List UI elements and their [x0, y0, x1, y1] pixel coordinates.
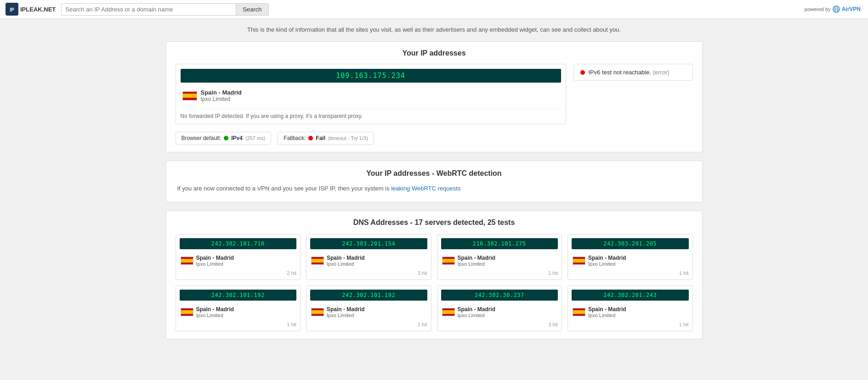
ip-card-title: Your IP addresses: [176, 49, 693, 57]
fallback-label: Fallback:: [284, 135, 306, 141]
dns-card: 242.302.201.243 Spain - Madrid Ipxo Limi…: [567, 285, 693, 331]
powered-by: powered by AirVPN: [805, 6, 861, 13]
ip-city: Spain - Madrid: [201, 89, 242, 96]
browser-default-label: Browser default:: [182, 135, 221, 141]
webrtc-link[interactable]: leaking WebRTC requests: [391, 185, 460, 192]
dns-location: Spain - Madrid Ipxo Limited: [310, 253, 427, 268]
ip-location: Spain - Madrid Ipxo Limited: [181, 86, 561, 105]
dns-spain-flag: [573, 308, 585, 316]
dns-hits: 1 hit: [572, 322, 689, 327]
dns-location: Spain - Madrid Ipxo Limited: [310, 304, 427, 320]
dns-grid: 242.302.101.710 Spain - Madrid Ipxo Limi…: [176, 234, 693, 331]
dns-location: Spain - Madrid Ipxo Limited: [572, 304, 689, 320]
dns-card: 242.302.101.192 Spain - Madrid Ipxo Limi…: [306, 285, 431, 331]
dns-card: 242.302.101.192 Spain - Madrid Ipxo Limi…: [176, 285, 301, 331]
dns-ip-bar: 242.302.201.243: [572, 290, 689, 301]
dns-isp: Ipxo Limited: [458, 313, 496, 318]
dns-location-text: Spain - Madrid Ipxo Limited: [458, 255, 496, 267]
dns-city: Spain - Madrid: [327, 306, 365, 313]
dns-isp: Ipxo Limited: [196, 261, 234, 267]
ipv6-box: IPv6 test not reachable. (error): [573, 64, 693, 81]
header: IP IPLEAK.NET Search powered by AirVPN: [0, 0, 868, 19]
dns-card: 242.303.201.205 Spain - Madrid Ipxo Limi…: [567, 234, 693, 280]
spain-flag: [182, 91, 197, 101]
logo[interactable]: IP IPLEAK.NET: [6, 3, 56, 16]
no-forwarded-text: No forwarded IP detected. If you are usi…: [181, 109, 561, 119]
dns-section: DNS Addresses - 17 servers detected, 25 …: [166, 211, 703, 339]
dns-hits: 1 hit: [441, 270, 558, 276]
ip-address-bar: 109.163.175.234: [181, 69, 561, 83]
dns-ip-bar: 242.303.201.154: [310, 238, 427, 249]
dns-city: Spain - Madrid: [588, 255, 626, 261]
dns-ip-bar: 242.302.101.192: [180, 290, 297, 301]
dns-location: Spain - Madrid Ipxo Limited: [180, 253, 297, 268]
search-form: Search: [61, 3, 268, 16]
dns-isp: Ipxo Limited: [588, 261, 626, 267]
dns-spain-flag: [311, 308, 324, 316]
dns-location: Spain - Madrid Ipxo Limited: [180, 304, 297, 320]
dns-ip-bar: 242.303.201.205: [572, 238, 689, 249]
dns-hits: 1 hit: [572, 270, 689, 276]
dns-location-text: Spain - Madrid Ipxo Limited: [458, 306, 496, 318]
dns-ip-bar: 216.302.101.275: [441, 238, 558, 249]
dns-ip-bar: 242.302.101.192: [310, 290, 427, 301]
webrtc-card: Your IP addresses - WebRTC detection If …: [166, 161, 703, 202]
dns-city: Spain - Madrid: [458, 255, 496, 261]
dns-city: Spain - Madrid: [588, 306, 626, 313]
dns-location: Spain - Madrid Ipxo Limited: [441, 253, 558, 268]
dns-isp: Ipxo Limited: [458, 261, 496, 267]
browser-default-ms: (257 ms): [245, 135, 265, 141]
dns-card: 242.303.201.154 Spain - Madrid Ipxo Limi…: [306, 234, 431, 280]
webrtc-title: Your IP addresses - WebRTC detection: [177, 169, 691, 178]
dns-hits: 3 hit: [310, 270, 427, 276]
ip-info-box: 109.163.175.234 Spain - Madrid Ipxo Limi…: [176, 64, 566, 124]
dns-location-text: Spain - Madrid Ipxo Limited: [196, 306, 234, 318]
dns-card: 242.302.101.710 Spain - Madrid Ipxo Limi…: [176, 234, 301, 280]
dns-spain-flag: [181, 257, 193, 265]
fallback-detail: (timeout - Try 1/3): [328, 135, 368, 141]
connection-info: Browser default: IPv4 (257 ms) Fallback:…: [176, 132, 693, 145]
dns-spain-flag: [181, 308, 193, 316]
dns-hits: 3 hit: [441, 322, 558, 327]
fallback-status: Fail: [316, 135, 325, 141]
dns-isp: Ipxo Limited: [327, 313, 365, 318]
dns-spain-flag: [442, 257, 455, 265]
ip-isp: Ipxo Limited: [201, 96, 242, 102]
main-content: This is the kind of information that all…: [159, 19, 710, 346]
ipv6-text: IPv6 test not reachable. (error): [589, 69, 669, 76]
powered-by-text: powered by: [805, 6, 831, 12]
search-input[interactable]: [61, 3, 236, 16]
dns-isp: Ipxo Limited: [196, 313, 234, 318]
browser-default-badge: Browser default: IPv4 (257 ms): [176, 132, 272, 145]
dns-isp: Ipxo Limited: [327, 261, 365, 267]
dns-ip-bar: 242.302.30.237: [441, 290, 558, 301]
ip-addresses-card: Your IP addresses 109.163.175.234 Spain …: [166, 41, 703, 152]
tagline: This is the kind of information that all…: [166, 26, 703, 33]
ip-location-text: Spain - Madrid Ipxo Limited: [201, 89, 242, 102]
logo-text: IPLEAK.NET: [20, 6, 56, 13]
dns-title: DNS Addresses - 17 servers detected, 25 …: [176, 218, 693, 227]
airvpn-label: AirVPN: [842, 6, 861, 12]
dns-hits: 1 hit: [310, 322, 427, 327]
fallback-red-dot: [308, 136, 313, 140]
dns-location-text: Spain - Madrid Ipxo Limited: [196, 255, 234, 267]
webrtc-text: If you are now connected to a VPN and yo…: [177, 184, 691, 194]
airvpn-globe-icon: [833, 6, 840, 13]
dns-city: Spain - Madrid: [196, 255, 234, 261]
search-button[interactable]: Search: [236, 3, 268, 16]
fallback-badge: Fallback: Fail (timeout - Try 1/3): [278, 132, 374, 145]
dns-isp: Ipxo Limited: [588, 313, 626, 318]
dns-city: Spain - Madrid: [458, 306, 496, 313]
dns-hits: 2 hit: [180, 270, 297, 276]
dns-location: Spain - Madrid Ipxo Limited: [441, 304, 558, 320]
dns-spain-flag: [311, 257, 324, 265]
dns-location-text: Spain - Madrid Ipxo Limited: [327, 306, 365, 318]
dns-card: 242.302.30.237 Spain - Madrid Ipxo Limit…: [437, 285, 562, 331]
svg-text:IP: IP: [10, 7, 14, 12]
logo-icon: IP: [6, 3, 18, 16]
dns-location-text: Spain - Madrid Ipxo Limited: [327, 255, 365, 267]
dns-spain-flag: [442, 308, 455, 316]
dns-hits: 1 hit: [180, 322, 297, 327]
dns-ip-bar: 242.302.101.710: [180, 238, 297, 249]
dns-spain-flag: [573, 257, 585, 265]
